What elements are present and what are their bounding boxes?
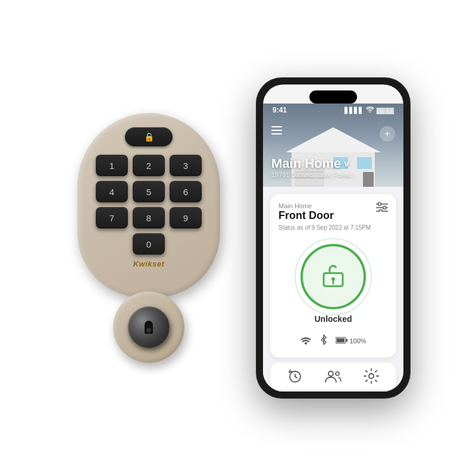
dynamic-island — [309, 90, 357, 104]
phone: 9:41 ▋▋▋▋ ▓▓▓▓ — [256, 77, 411, 399]
key-2[interactable]: 2 — [133, 155, 165, 176]
svg-rect-25 — [337, 338, 345, 342]
phone-screen: 9:41 ▋▋▋▋ ▓▓▓▓ — [263, 84, 403, 392]
nav-users[interactable] — [325, 369, 342, 383]
unlock-ring — [300, 244, 366, 309]
unlock-label: Unlocked — [314, 314, 352, 324]
status-icons: ▋▋▋▋ ▓▓▓▓ — [345, 107, 394, 114]
key-6[interactable]: 6 — [170, 181, 202, 202]
svg-rect-7 — [357, 157, 372, 169]
status-time: 9:41 — [273, 106, 287, 114]
home-address: 19701 DaVinci, Lake Forest — [271, 171, 352, 178]
lock-device: 🔒 1 2 3 4 5 6 7 8 9 0 Kwikset — [65, 113, 232, 363]
svg-rect-11 — [271, 133, 282, 134]
lock-card[interactable]: Main Home Front Door Status as of 9 Sep … — [270, 194, 396, 358]
home-title-area: Main Home ∨ 19701 DaVinci, Lake Forest — [271, 156, 352, 178]
battery-percent: 100% — [349, 337, 366, 345]
hero-area: 9:41 ▋▋▋▋ ▓▓▓▓ — [263, 104, 403, 187]
status-bar: 9:41 ▋▋▋▋ ▓▓▓▓ — [263, 104, 403, 115]
svg-point-16 — [383, 206, 386, 209]
battery-status-item: 100% — [336, 336, 366, 346]
svg-point-27 — [328, 371, 333, 376]
nav-settings[interactable] — [364, 368, 379, 384]
wifi-status-icon — [366, 107, 374, 114]
unlocked-lock-icon — [322, 262, 345, 291]
knob-area — [77, 292, 220, 363]
home-name[interactable]: Main Home ∨ — [271, 156, 352, 171]
card-location: Main Home — [278, 202, 334, 209]
card-status-time: Status as of 9 Sep 2022 at 7:15PM — [278, 224, 388, 231]
app-content: Main Home Front Door Status as of 9 Sep … — [263, 187, 403, 392]
filter-icon[interactable] — [376, 202, 388, 214]
svg-rect-9 — [271, 126, 282, 127]
svg-rect-10 — [271, 130, 282, 131]
nav-history[interactable] — [287, 368, 303, 384]
plus-label: + — [384, 129, 390, 139]
menu-icon[interactable] — [271, 126, 282, 136]
card-header: Main Home Front Door — [278, 202, 388, 222]
svg-rect-18 — [324, 273, 343, 286]
zero-row: 0 — [133, 233, 165, 255]
unlock-circle-container[interactable]: Unlocked — [278, 238, 388, 330]
keypad: 1 2 3 4 5 6 7 8 9 — [84, 155, 214, 228]
key-3[interactable]: 3 — [170, 155, 202, 176]
key-4[interactable]: 4 — [96, 181, 128, 202]
key-7[interactable]: 7 — [96, 207, 128, 228]
key-slot — [145, 321, 153, 334]
svg-point-28 — [336, 372, 339, 375]
key-9[interactable]: 9 — [170, 207, 202, 228]
wifi-icon — [300, 335, 312, 346]
svg-point-17 — [380, 210, 383, 212]
key-1[interactable]: 1 — [96, 155, 128, 176]
lock-body: 🔒 1 2 3 4 5 6 7 8 9 0 Kwikset — [77, 113, 220, 298]
wifi-status-item — [300, 335, 312, 346]
svg-point-15 — [378, 203, 381, 206]
device-status-row: 100% — [278, 330, 388, 349]
bluetooth-status-item — [320, 334, 327, 347]
lock-top-button[interactable]: 🔒 — [125, 127, 173, 146]
app-header: + — [263, 121, 403, 146]
card-name: Front Door — [278, 209, 334, 222]
brand-label: Kwikset — [133, 259, 165, 268]
chevron-down-icon: ∨ — [343, 159, 349, 168]
bottom-nav — [270, 362, 396, 390]
knob-outer — [113, 292, 184, 363]
scene: 🔒 1 2 3 4 5 6 7 8 9 0 Kwikset — [0, 0, 476, 476]
key-0[interactable]: 0 — [133, 233, 165, 255]
svg-rect-8 — [363, 172, 374, 187]
signal-icon: ▋▋▋▋ — [345, 107, 364, 114]
key-5[interactable]: 5 — [133, 181, 165, 202]
svg-point-19 — [331, 277, 335, 281]
padlock-icon: 🔒 — [144, 132, 154, 142]
knob-inner — [128, 306, 170, 348]
battery-icon — [336, 336, 347, 346]
battery-status-icon: ▓▓▓▓ — [377, 107, 394, 114]
bluetooth-icon — [320, 334, 327, 347]
add-button[interactable]: + — [380, 126, 395, 142]
key-8[interactable]: 8 — [133, 207, 165, 228]
svg-rect-24 — [346, 339, 348, 342]
svg-point-29 — [369, 374, 374, 378]
